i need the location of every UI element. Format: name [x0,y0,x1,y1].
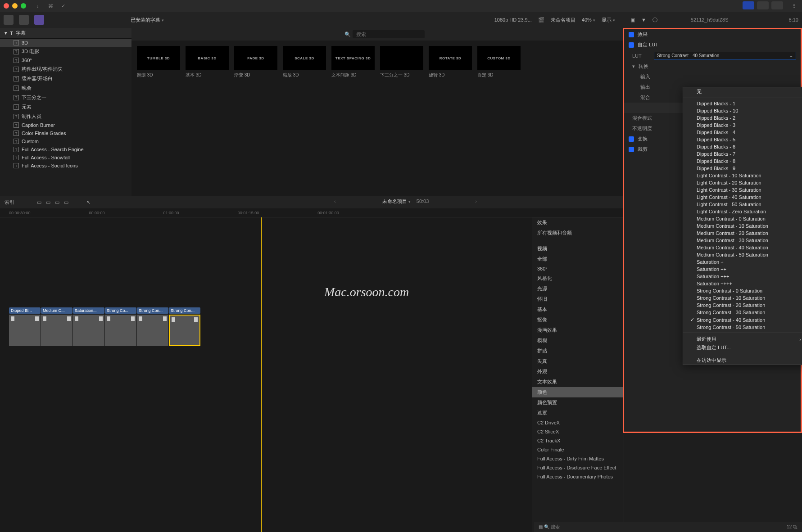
lut-option[interactable]: ✓Strong Contrast - 40 Saturation [683,316,802,324]
browser-title[interactable]: 已安装的字幕 [131,17,164,23]
template-item[interactable]: FADE 3D渐变 3D [234,46,277,78]
fx-category[interactable]: 漫画效果 [532,325,624,335]
template-item[interactable]: ROTATE 3D旋转 3D [429,46,472,78]
lut-option[interactable]: Saturation +++ [683,273,802,280]
timeline-clip[interactable]: Medium C... [41,307,72,346]
minimize-window-button[interactable] [12,3,18,9]
lut-option[interactable]: Medium Contrast - 30 Saturation [683,237,802,244]
fx-category[interactable]: Color Finale [532,445,624,454]
template-item[interactable]: SCALE 3D缩放 3D [283,46,326,78]
lut-option[interactable]: Medium Contrast - 0 Saturation [683,215,802,222]
clapboard-icon[interactable] [4,15,14,25]
effects-checkbox[interactable] [629,32,634,37]
lut-option[interactable]: Light Contrast - 40 Saturation [683,194,802,201]
lut-option[interactable]: Dipped Blacks - 6 [683,143,802,150]
lut-option[interactable]: Strong Contrast - 20 Saturation [683,302,802,309]
fx-category[interactable]: 360° [532,264,624,273]
sidebar-item[interactable]: T3D [0,39,131,47]
fx-category[interactable]: 模糊 [532,335,624,346]
lut-option[interactable]: Light Contrast - 10 Saturation [683,172,802,179]
lut-option[interactable]: Light Contrast - 50 Saturation [683,201,802,208]
timeline-clip[interactable]: Strong Co... [105,307,136,346]
playhead[interactable] [261,217,262,532]
fx-category[interactable]: Full Access - Dirty Film Mattes [532,454,624,463]
lut-option[interactable]: Saturation ++ [683,266,802,273]
lut-option-none[interactable]: 无 [683,87,802,96]
sidebar-item[interactable]: TColor Finale Grades [0,129,131,137]
fx-category[interactable]: 抠像 [532,315,624,325]
timeline-clip[interactable]: Dipped Bl... [9,307,41,346]
template-search-input[interactable] [353,30,425,38]
crop-checkbox[interactable] [629,147,634,152]
template-item[interactable]: CUSTOM 3D自定 3D [477,46,521,78]
transform-checkbox[interactable] [629,136,634,142]
lut-reveal-finder[interactable]: 在访达中显示 [683,356,802,365]
sidebar-item[interactable]: T元素 [0,102,131,112]
fx-category[interactable]: 基本 [532,304,624,315]
lut-choose-custom[interactable]: 选取自定 LUT... [683,343,802,352]
timeline-clip[interactable]: Strong Con... [137,307,168,346]
sidebar-item[interactable]: T制作人员 [0,112,131,121]
tl-next-icon[interactable]: › [475,198,477,204]
sidebar-item[interactable]: T构件出现/构件消失 [0,64,131,74]
display-menu[interactable]: 显示 [602,17,615,23]
zoom-level[interactable]: 40% [582,17,595,23]
close-window-button[interactable] [4,3,9,9]
disclosure-icon[interactable]: ▾ [632,63,635,69]
view-list-icon[interactable] [757,1,769,9]
fx-category[interactable]: 文本效果 [532,377,624,387]
disclosure-icon[interactable]: ▾ [5,30,7,36]
view-strip-icon[interactable] [771,1,783,9]
lut-option[interactable]: Medium Contrast - 20 Saturation [683,230,802,237]
sidebar-item[interactable]: T360° [0,56,131,64]
sidebar-item[interactable]: T3D 电影 [0,47,131,56]
fx-category[interactable]: C2 SliceX [532,427,624,436]
inspector-video-icon[interactable]: ▣ [630,17,635,23]
titles-icon[interactable] [34,15,44,25]
fx-category[interactable]: 拼贴 [532,346,624,356]
sidebar-item[interactable]: T晚会 [0,83,131,93]
timeline-clip[interactable]: Saturation... [73,307,104,346]
sidebar-item[interactable]: T下三分之一 [0,93,131,102]
lut-option[interactable]: Dipped Blacks - 5 [683,136,802,143]
inspector-color-icon[interactable]: ▼ [641,17,646,23]
view-grid-icon[interactable] [743,1,754,9]
timeline-tracks[interactable]: Mac.orsoon.com Dipped Bl...Medium C...Sa… [0,217,532,532]
timeline-clip[interactable]: Strong Con... [169,307,200,346]
fx-category[interactable]: Full Access - Documentary Photos [532,472,624,481]
fx-category[interactable]: 怀旧 [532,294,624,304]
fx-category[interactable]: 颜色预置 [532,397,624,408]
lut-option[interactable]: Light Contrast - Zero Saturation [683,208,802,215]
lut-option[interactable]: Strong Contrast - 0 Saturation [683,287,802,294]
fx-search[interactable]: 搜索 [551,524,560,529]
lut-option[interactable]: Light Contrast - 30 Saturation [683,186,802,194]
template-item[interactable]: TEXT SPACING 3D文本间距 3D [331,46,375,78]
music-icon[interactable] [19,15,29,25]
fx-category[interactable]: 失真 [532,356,624,366]
lut-option[interactable]: Dipped Blacks - 7 [683,150,802,158]
sidebar-item[interactable]: TCaption Burner [0,121,131,129]
fx-view-icon[interactable]: ▦ [539,524,543,529]
fx-category[interactable]: C2 DriveX [532,418,624,427]
lut-recent[interactable]: 最近使用› [683,335,802,343]
lut-option[interactable]: Dipped Blacks - 1 [683,100,802,107]
sidebar-item[interactable]: TFull Access - Search Engine [0,145,131,153]
sidebar-item[interactable]: T缓冲器/开场白 [0,74,131,83]
share-icon[interactable]: ⇪ [789,1,798,10]
template-item[interactable]: TUMBLE 3D翻滚 3D [137,46,180,78]
lut-option[interactable]: Strong Contrast - 30 Saturation [683,309,802,316]
fx-category[interactable]: 风格化 [532,273,624,284]
lut-option[interactable]: Dipped Blacks - 9 [683,165,802,172]
timeline-title[interactable]: 未命名项目 [382,198,411,204]
fx-category[interactable]: C2 TrackX [532,436,624,445]
keyword-icon[interactable]: ⌘ [46,1,55,10]
lut-option[interactable]: Light Contrast - 20 Saturation [683,179,802,186]
sidebar-item[interactable]: TFull Access - Snowfall [0,153,131,162]
lut-option[interactable]: Dipped Blacks - 3 [683,122,802,129]
fx-category[interactable]: Full Access - Disclosure Face Effect [532,463,624,472]
lut-option[interactable]: Saturation + [683,258,802,266]
lut-option[interactable]: Medium Contrast - 40 Saturation [683,244,802,251]
fx-category[interactable]: 全部 [532,254,624,264]
template-item[interactable]: 下三分之一 3D [380,46,423,78]
sidebar-item[interactable]: TFull Access - Social Icons [0,162,131,170]
